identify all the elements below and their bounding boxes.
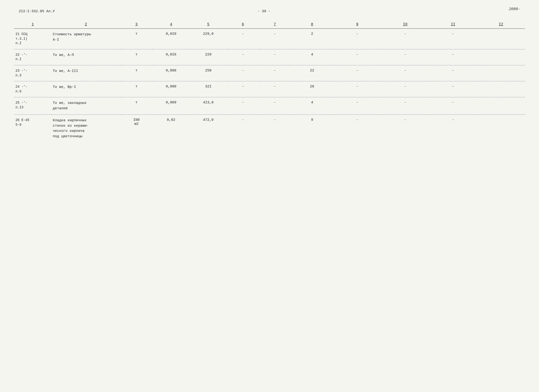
row-col6-1: -: [227, 49, 259, 65]
row-col6-2: -: [227, 65, 259, 81]
table-row: 23 -'- п.3То же, А-IIIт0,088250--22---: [14, 65, 525, 81]
row-col12-5: [477, 115, 525, 143]
row-col10-4: -: [381, 97, 429, 115]
row-description-1: То же, А-П: [52, 49, 120, 65]
row-description-0: Стоимость арматуры А-I: [52, 29, 120, 49]
row-unit-1: т: [120, 49, 153, 65]
row-col11-1: -: [429, 49, 477, 65]
col-header-5: 5: [190, 20, 227, 29]
row-col7-0: -: [259, 29, 291, 49]
row-col4-1: 0,0I6: [153, 49, 190, 65]
row-col11-4: -: [429, 97, 477, 115]
row-col8-4: 4: [291, 97, 333, 115]
row-number-5: 26 Е-45 5-9: [14, 115, 52, 143]
table-header-row: 1 2 3 4 5 6 7: [14, 20, 525, 29]
row-col4-0: 0,0I0: [153, 29, 190, 49]
row-col4-4: 0,009: [153, 97, 190, 115]
main-table: 1 2 3 4 5 6 7: [14, 20, 525, 142]
row-col8-5: 9: [291, 115, 333, 143]
row-col6-3: -: [227, 81, 259, 97]
row-col11-3: -: [429, 81, 477, 97]
page-header: 2I2-I-332.85 Ал.У - 39 -: [14, 10, 525, 13]
row-unit-2: т: [120, 65, 153, 81]
row-col5-4: 4I3,0: [190, 97, 227, 115]
row-col9-2: -: [333, 65, 381, 81]
row-col10-2: -: [381, 65, 429, 81]
row-description-2: То же, А-III: [52, 65, 120, 81]
row-unit-4: т: [120, 97, 153, 115]
col-header-9: 9: [333, 20, 381, 29]
row-col8-3: 26: [291, 81, 333, 97]
row-col6-5: -: [227, 115, 259, 143]
table-row: 26 Е-45 5-9Кладка кирпичных стенок из ке…: [14, 115, 525, 143]
row-number-0: 21 ССЦ т.3.I) п.I: [14, 29, 52, 49]
row-col7-1: -: [259, 49, 291, 65]
row-col12-1: [477, 49, 525, 65]
row-col12-4: [477, 97, 525, 115]
row-col8-2: 22: [291, 65, 333, 81]
row-col4-2: 0,088: [153, 65, 190, 81]
col-header-6: 6: [227, 20, 259, 29]
row-col9-3: -: [333, 81, 381, 97]
row-col11-0: -: [429, 29, 477, 49]
row-unit-3: т: [120, 81, 153, 97]
col-header-2: 2: [52, 20, 120, 29]
table-row: 22 -'- п.IТо же, А-Пт0,0I6229--4---: [14, 49, 525, 65]
row-col7-5: -: [259, 115, 291, 143]
row-col4-3: 0,080: [153, 81, 190, 97]
row-col5-3: 32I: [190, 81, 227, 97]
row-col4-5: 0,02: [153, 115, 190, 143]
row-col9-4: -: [333, 97, 381, 115]
row-col9-0: -: [333, 29, 381, 49]
table-row: 21 ССЦ т.3.I) п.IСтоимость арматуры А-Iт…: [14, 29, 525, 49]
row-col7-4: -: [259, 97, 291, 115]
row-number-1: 22 -'- п.I: [14, 49, 52, 65]
row-number-2: 23 -'- п.3: [14, 65, 52, 81]
col-header-10: IO: [381, 20, 429, 29]
row-number-3: 24 -'- п.6: [14, 81, 52, 97]
row-col10-0: -: [381, 29, 429, 49]
col-header-8: 8: [291, 20, 333, 29]
page-subtitle: - 39 -: [258, 10, 270, 13]
row-col11-5: -: [429, 115, 477, 143]
row-col12-0: [477, 29, 525, 49]
col-header-11: II: [429, 20, 477, 29]
row-description-4: То же, закладных деталей: [52, 97, 120, 115]
row-number-4: 25 -'- п.I3: [14, 97, 52, 115]
row-col6-4: -: [227, 97, 259, 115]
row-col8-0: 2: [291, 29, 333, 49]
row-col10-5: -: [381, 115, 429, 143]
row-col5-1: 229: [190, 49, 227, 65]
row-col10-3: -: [381, 81, 429, 97]
table-row: 24 -'- п.6То же, Вр-Iт0,08032I--26---: [14, 81, 525, 97]
row-col6-0: -: [227, 29, 259, 49]
row-col9-5: -: [333, 115, 381, 143]
row-col12-3: [477, 81, 525, 97]
col-header-1: 1: [14, 20, 52, 29]
row-col5-0: 229,0: [190, 29, 227, 49]
row-col5-2: 250: [190, 65, 227, 81]
table-row: 25 -'- п.I3То же, закладных деталейт0,00…: [14, 97, 525, 115]
row-col8-1: 4: [291, 49, 333, 65]
row-col7-2: -: [259, 65, 291, 81]
doc-id: 2I2-I-332.85 Ал.У: [19, 10, 55, 13]
row-description-3: То же, Вр-I: [52, 81, 120, 97]
row-col5-5: 472,0: [190, 115, 227, 143]
col-header-4: 4: [153, 20, 190, 29]
row-unit-5: I00 м2: [120, 115, 153, 143]
col-header-7: 7: [259, 20, 291, 29]
page-number: 2080-: [509, 7, 520, 11]
row-unit-0: т: [120, 29, 153, 49]
row-col10-1: -: [381, 49, 429, 65]
row-col9-1: -: [333, 49, 381, 65]
row-col7-3: -: [259, 81, 291, 97]
row-col12-2: [477, 65, 525, 81]
col-header-12: I2: [477, 20, 525, 29]
col-header-3: 3: [120, 20, 153, 29]
row-col11-2: -: [429, 65, 477, 81]
row-description-5: Кладка кирпичных стенок из керами- ческо…: [52, 115, 120, 143]
